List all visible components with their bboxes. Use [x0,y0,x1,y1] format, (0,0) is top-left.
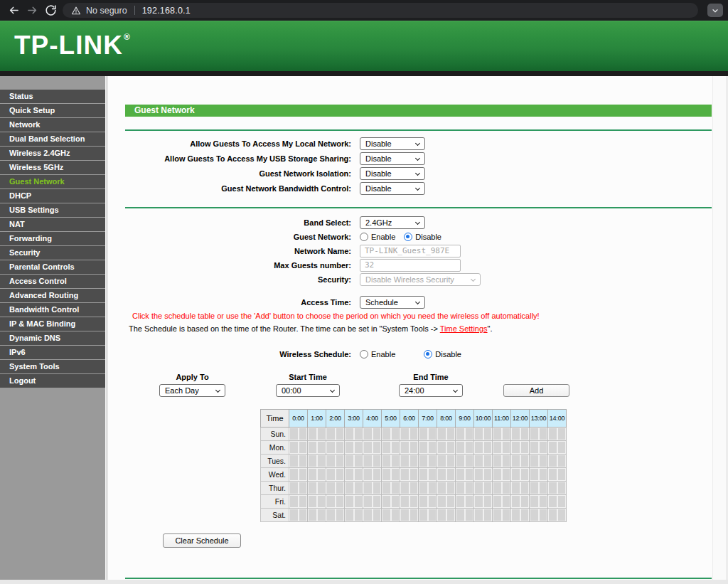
schedule-slot[interactable] [475,455,483,467]
schedule-slot[interactable] [447,455,455,467]
schedule-slot[interactable] [355,509,363,521]
schedule-slot[interactable] [290,482,298,494]
schedule-slot[interactable] [558,496,566,507]
schedule-slot[interactable] [512,509,520,521]
schedule-slot[interactable] [410,469,418,480]
schedule-slot[interactable] [346,428,353,440]
schedule-slot[interactable] [447,469,455,480]
schedule-slot[interactable] [558,509,566,521]
schedule-slot[interactable] [392,509,400,521]
schedule-slot[interactable] [410,428,418,440]
network-name-input[interactable]: TP-LINK_Guest_987E [360,245,461,258]
schedule-slot[interactable] [521,482,529,494]
schedule-slot[interactable] [466,469,473,480]
schedule-slot[interactable] [373,496,381,507]
schedule-slot[interactable] [475,482,483,494]
sidebar-item-dynamic-dns[interactable]: Dynamic DNS [0,331,105,345]
schedule-slot[interactable] [382,482,390,494]
schedule-slot[interactable] [549,469,557,480]
schedule-slot[interactable] [512,496,520,507]
schedule-slot[interactable] [456,482,464,494]
schedule-slot[interactable] [549,482,557,494]
sidebar-item-access-control[interactable]: Access Control [0,275,105,288]
schedule-slot[interactable] [475,428,483,440]
schedule-slot[interactable] [456,455,464,467]
schedule-slot[interactable] [466,482,473,494]
schedule-slot[interactable] [382,428,390,440]
schedule-slot[interactable] [346,442,353,453]
guest-bandwidth-control-select[interactable]: Disable [360,182,425,195]
schedule-slot[interactable] [299,482,307,494]
sidebar-item-status[interactable]: Status [0,90,105,103]
schedule-slot[interactable] [438,428,446,440]
schedule-slot[interactable] [327,455,335,467]
schedule-slot[interactable] [540,469,547,480]
schedule-slot[interactable] [456,509,464,521]
schedule-slot[interactable] [410,509,418,521]
schedule-slot[interactable] [475,442,483,453]
schedule-slot[interactable] [392,469,400,480]
schedule-slot[interactable] [309,428,316,440]
schedule-slot[interactable] [503,509,510,521]
schedule-slot[interactable] [355,469,363,480]
schedule-slot[interactable] [438,442,446,453]
sidebar-item-bandwidth-control[interactable]: Bandwidth Control [0,303,105,317]
sidebar-item-nat[interactable]: NAT [0,218,105,231]
schedule-slot[interactable] [466,455,473,467]
sidebar-item-ipv6[interactable]: IPv6 [0,346,105,359]
schedule-slot[interactable] [466,509,473,521]
sidebar-item-usb-settings[interactable]: USB Settings [0,203,105,217]
schedule-slot[interactable] [530,469,538,480]
schedule-slot[interactable] [355,496,363,507]
schedule-slot[interactable] [549,442,557,453]
schedule-slot[interactable] [392,428,400,440]
schedule-slot[interactable] [429,455,437,467]
schedule-slot[interactable] [355,455,363,467]
schedule-slot[interactable] [290,428,298,440]
schedule-slot[interactable] [456,469,464,480]
schedule-slot[interactable] [429,509,437,521]
start-time-select[interactable]: 00:00 [276,384,340,397]
schedule-slot[interactable] [373,455,381,467]
schedule-slot[interactable] [401,469,409,480]
band-select[interactable]: 2.4GHz [360,216,425,229]
schedule-slot[interactable] [382,469,390,480]
schedule-slot[interactable] [309,469,316,480]
schedule-slot[interactable] [401,482,409,494]
schedule-slot[interactable] [336,509,344,521]
schedule-slot[interactable] [327,482,335,494]
schedule-slot[interactable] [419,482,427,494]
schedule-slot[interactable] [336,482,344,494]
usb-storage-access-select[interactable]: Disable [360,152,425,165]
schedule-slot[interactable] [540,509,547,521]
schedule-slot[interactable] [540,482,547,494]
schedule-slot[interactable] [299,428,307,440]
schedule-slot[interactable] [346,509,353,521]
schedule-slot[interactable] [346,496,353,507]
schedule-slot[interactable] [466,442,473,453]
schedule-slot[interactable] [447,428,455,440]
schedule-slot[interactable] [364,455,372,467]
schedule-slot[interactable] [364,469,372,480]
schedule-slot[interactable] [382,509,390,521]
schedule-slot[interactable] [429,442,437,453]
schedule-slot[interactable] [456,496,464,507]
schedule-slot[interactable] [540,455,547,467]
schedule-slot[interactable] [309,496,316,507]
guest-network-enable-radio[interactable] [360,233,368,241]
schedule-slot[interactable] [549,455,557,467]
schedule-slot[interactable] [299,442,307,453]
schedule-slot[interactable] [336,428,344,440]
schedule-slot[interactable] [540,442,547,453]
schedule-slot[interactable] [466,496,473,507]
schedule-slot[interactable] [429,469,437,480]
schedule-slot[interactable] [392,455,400,467]
schedule-slot[interactable] [530,455,538,467]
schedule-slot[interactable] [558,482,566,494]
schedule-slot[interactable] [493,496,501,507]
wireless-schedule-enable-radio[interactable] [360,350,368,359]
schedule-slot[interactable] [484,496,492,507]
browser-chevron-button[interactable] [707,4,723,17]
local-network-access-select[interactable]: Disable [360,137,425,150]
schedule-slot[interactable] [512,442,520,453]
